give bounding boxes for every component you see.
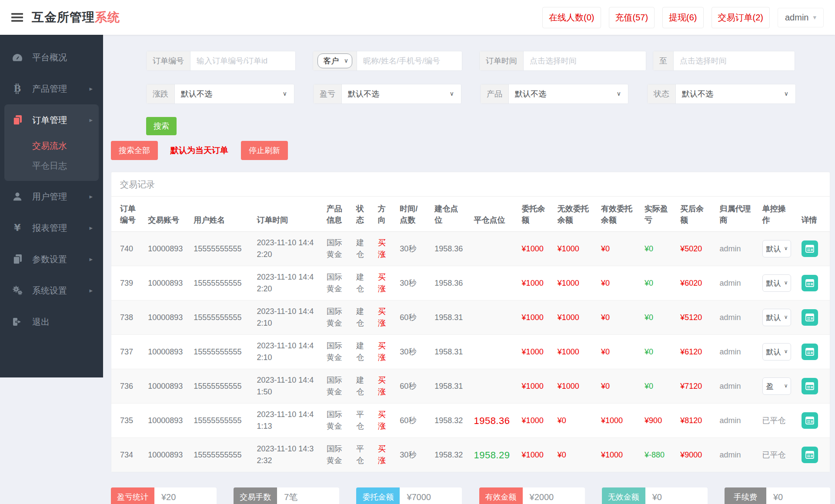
cell-order-id: 734 xyxy=(111,438,148,472)
summary-invalid-amount: 无效金额 ¥0 xyxy=(602,487,708,504)
cell-product: 国际黄金 xyxy=(327,335,356,369)
time-start-input[interactable] xyxy=(524,51,646,70)
col-direction: 方向 xyxy=(378,197,400,232)
cell-entrust: ¥1000 xyxy=(522,369,558,404)
sidebar-item-logout[interactable]: 退出 xyxy=(0,306,103,337)
cell-order-time: 2023-11-10 14:42:10 xyxy=(257,300,327,335)
sidebar-item-platform-overview[interactable]: 平台概况 xyxy=(0,42,103,73)
summary-label: 交易手数 xyxy=(234,487,277,504)
cell-agent: admin xyxy=(719,232,762,266)
online-count-button[interactable]: 在线人数(0) xyxy=(542,7,601,28)
sidebar-item-order-management[interactable]: 订单管理 ▸ xyxy=(4,104,99,136)
cell-after-balance: ¥7120 xyxy=(680,369,719,404)
trade-record-panel: 交易记录 订单编号 交易账号 用户姓名 订单时间 产品信息 xyxy=(111,172,830,472)
sidebar-item-label: 产品管理 xyxy=(32,83,67,95)
control-select[interactable]: 默认 xyxy=(762,343,791,360)
cell-state: 建仓 xyxy=(356,232,378,266)
trade-order-count-button[interactable]: 交易订单(2) xyxy=(711,7,770,28)
cell-after-balance: ¥6020 xyxy=(680,266,719,300)
detail-button[interactable] xyxy=(802,240,818,257)
detail-button[interactable] xyxy=(802,447,818,463)
col-control: 单控操作 xyxy=(762,197,802,232)
recharge-count-button[interactable]: 充值(57) xyxy=(609,7,655,28)
cell-invalid-entrust: ¥0 xyxy=(558,438,601,472)
control-select[interactable]: 默认 xyxy=(762,309,791,326)
profit-label: 盈亏 xyxy=(314,84,342,103)
cell-order-time: 2023-11-10 14:41:13 xyxy=(257,404,327,438)
sidebar-subitem-close-log[interactable]: 平仓日志 xyxy=(4,156,99,176)
order-no-filter: 订单编号 xyxy=(146,51,296,71)
col-product: 产品信息 xyxy=(327,197,356,232)
cell-entrust: ¥1000 xyxy=(522,300,558,335)
product-select[interactable]: 默认不选 xyxy=(509,84,628,103)
summary-value: ¥0 xyxy=(645,487,708,504)
cell-open-point: 1958.36 xyxy=(434,266,474,300)
detail-icon xyxy=(805,279,814,287)
gauge-icon xyxy=(10,53,24,62)
menu-toggle-icon[interactable] xyxy=(11,13,23,22)
cell-valid-entrust: ¥0 xyxy=(601,232,645,266)
cell-duration: 60秒 xyxy=(400,404,434,438)
control-select[interactable]: 盈 xyxy=(762,377,791,395)
sidebar-item-parameter-settings[interactable]: 参数设置 ▸ xyxy=(0,244,103,275)
cell-after-balance: ¥8120 xyxy=(680,404,719,438)
customer-addon: 客户 ∨ xyxy=(313,51,357,70)
sidebar-item-report-management[interactable]: ¥ 报表管理 ▸ xyxy=(0,212,103,244)
detail-button[interactable] xyxy=(802,275,818,291)
search-button[interactable]: 搜索 xyxy=(146,117,177,135)
customer-input[interactable] xyxy=(357,51,462,70)
detail-icon xyxy=(805,348,814,356)
detail-icon xyxy=(805,382,814,390)
detail-button[interactable] xyxy=(802,378,818,394)
trade-table: 订单编号 交易账号 用户姓名 订单时间 产品信息 状态 方向 时间/点数 建仓点… xyxy=(111,197,830,472)
cell-detail xyxy=(802,369,830,404)
search-all-button[interactable]: 搜索全部 xyxy=(111,141,158,160)
control-select-wrap: 默认∨ xyxy=(762,274,791,292)
cell-agent: admin xyxy=(719,266,762,300)
detail-button[interactable] xyxy=(802,344,818,360)
detail-button[interactable] xyxy=(802,412,818,429)
sidebar-item-system-settings[interactable]: 系统设置 ▸ xyxy=(0,275,103,306)
table-row: 73410000893155555555552023-11-10 14:32:3… xyxy=(111,438,830,472)
status-select[interactable]: 默认不选 xyxy=(676,84,795,103)
time-end-input[interactable] xyxy=(674,51,795,70)
profit-select[interactable]: 默认不选 xyxy=(342,84,461,103)
cell-open-point: 1958.32 xyxy=(434,438,474,472)
header-actions: 在线人数(0) 充值(57) 提现(6) 交易订单(2) admin ▾ xyxy=(542,7,824,28)
time-start-label: 订单时间 xyxy=(480,51,524,70)
cell-detail xyxy=(802,404,830,438)
bitcoin-icon: B xyxy=(10,83,24,94)
summary-value: ¥7000 xyxy=(400,487,462,504)
user-menu-button[interactable]: admin ▾ xyxy=(778,8,824,27)
trade-table-body: 74010000893155555555552023-11-10 14:42:2… xyxy=(111,232,830,472)
cell-account: 10000893 xyxy=(148,335,194,369)
header-row: 订单编号 交易账号 用户姓名 订单时间 产品信息 状态 方向 时间/点数 建仓点… xyxy=(111,197,830,232)
updown-select[interactable]: 默认不选 xyxy=(175,84,294,103)
sidebar-item-product-management[interactable]: B 产品管理 ▸ xyxy=(0,73,103,104)
cell-direction: 买涨 xyxy=(378,300,400,335)
cell-detail xyxy=(802,438,830,472)
control-select[interactable]: 默认 xyxy=(762,274,791,292)
cell-detail xyxy=(802,266,830,300)
cell-order-time: 2023-11-10 14:41:50 xyxy=(257,369,327,404)
detail-button[interactable] xyxy=(802,309,818,326)
status-filter: 状态 默认不选 ∨ xyxy=(647,84,796,104)
customer-type-select[interactable]: 客户 xyxy=(317,53,352,68)
top-header: 互金所管理系统 在线人数(0) 充值(57) 提现(6) 交易订单(2) adm… xyxy=(0,0,835,35)
order-no-input[interactable] xyxy=(190,51,295,70)
cell-open-point: 1958.31 xyxy=(434,369,474,404)
stop-refresh-button[interactable]: 停止刷新 xyxy=(241,141,288,160)
sidebar-item-label: 用户管理 xyxy=(32,191,67,203)
status-select-wrap: 默认不选 ∨ xyxy=(676,84,795,103)
control-select[interactable]: 默认 xyxy=(762,240,791,257)
cell-after-balance: ¥6120 xyxy=(680,335,719,369)
cell-entrust: ¥1000 xyxy=(522,335,558,369)
cell-agent: admin xyxy=(719,438,762,472)
withdraw-count-button[interactable]: 提现(6) xyxy=(662,7,703,28)
col-actual-profit: 实际盈亏 xyxy=(645,197,680,232)
chevron-down-icon: ▾ xyxy=(813,13,816,21)
sidebar-subitem-trade-flow[interactable]: 交易流水 xyxy=(4,136,99,156)
svg-text:¥: ¥ xyxy=(14,223,21,233)
sidebar-item-user-management[interactable]: 用户管理 ▸ xyxy=(0,181,103,212)
cell-direction: 买涨 xyxy=(378,404,400,438)
